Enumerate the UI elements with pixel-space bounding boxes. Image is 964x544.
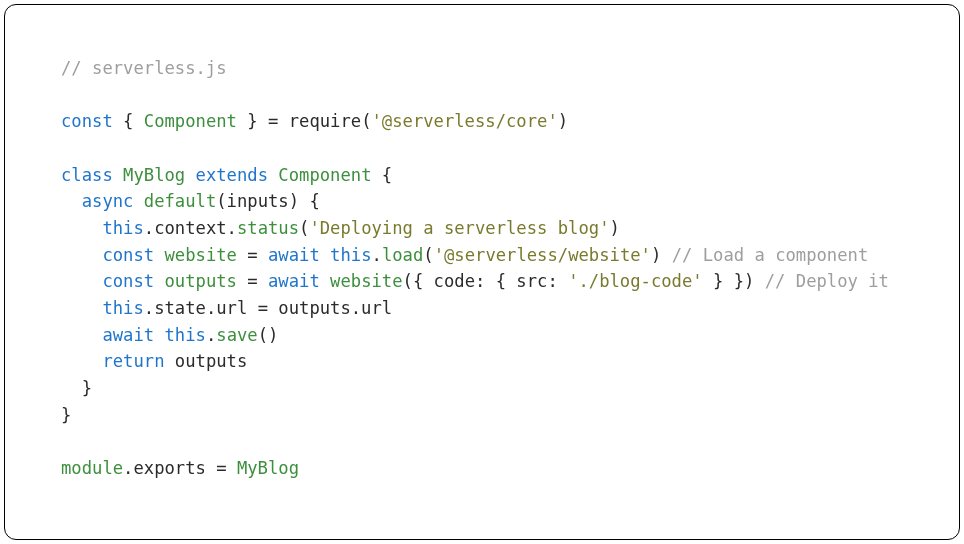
code-token: MyBlog (123, 165, 185, 185)
code-token: module (61, 458, 123, 478)
code-token: this (165, 325, 206, 345)
code-token: const (102, 271, 154, 291)
code-token: ( (299, 218, 309, 238)
code-token: require (289, 111, 361, 131)
code-token: MyBlog (237, 458, 299, 478)
code-token: this (102, 298, 143, 318)
code-token: Component (278, 165, 371, 185)
code-token (61, 351, 102, 371)
code-token: ) (610, 218, 620, 238)
code-token: this (102, 218, 143, 238)
code-token: .exports = (123, 458, 237, 478)
code-token: load (382, 245, 423, 265)
code-token: // Load a component (672, 245, 869, 265)
code-token: .context. (144, 218, 237, 238)
code-token: status (237, 218, 299, 238)
code-token: const (102, 245, 154, 265)
code-token: ( (361, 111, 371, 131)
code-token: // Deploy it (765, 271, 889, 291)
code-token: . (206, 325, 216, 345)
code-token (133, 191, 143, 211)
code-token: ) (558, 111, 568, 131)
code-token: await (268, 245, 320, 265)
code-token: async (82, 191, 134, 211)
code-token: this (330, 245, 371, 265)
code-token: (inputs) { (216, 191, 319, 211)
code-token: // serverless.js (61, 58, 227, 78)
code-token: outputs (165, 271, 237, 291)
code-token (185, 165, 195, 185)
code-token: . (372, 245, 382, 265)
code-token: outputs (165, 351, 248, 371)
code-token: } }) (703, 271, 765, 291)
code-token: class (61, 165, 113, 185)
code-token: () (258, 325, 279, 345)
code-token (61, 245, 102, 265)
code-token (61, 218, 102, 238)
code-token: './blog-code' (568, 271, 703, 291)
code-token: return (102, 351, 164, 371)
code-token: 'Deploying a serverless blog' (309, 218, 609, 238)
code-token: '@serverless/core' (371, 111, 557, 131)
code-token (61, 271, 102, 291)
code-token (320, 271, 330, 291)
code-token: = (237, 271, 268, 291)
code-token: = (237, 245, 268, 265)
code-token: { (372, 165, 393, 185)
code-card: // serverless.js const { Component } = r… (4, 4, 960, 540)
code-token (61, 298, 102, 318)
code-token (154, 325, 164, 345)
code-block: // serverless.js const { Component } = r… (61, 55, 903, 482)
code-token: extends (196, 165, 268, 185)
code-token: save (216, 325, 257, 345)
code-token: ({ code: { src: (403, 271, 569, 291)
code-token (268, 165, 278, 185)
code-token: website (330, 271, 402, 291)
code-token: ) (651, 245, 672, 265)
code-token (154, 245, 164, 265)
code-token: Component (144, 111, 237, 131)
code-token: website (165, 245, 237, 265)
code-token (113, 165, 123, 185)
code-token (154, 271, 164, 291)
code-token (320, 245, 330, 265)
code-token: .state.url = outputs.url (144, 298, 392, 318)
code-token (61, 191, 82, 211)
code-token: await (268, 271, 320, 291)
code-token: } (61, 378, 92, 398)
code-token: { (113, 111, 144, 131)
code-token: default (144, 191, 216, 211)
code-token: } = (237, 111, 289, 131)
code-token: const (61, 111, 113, 131)
code-token (61, 325, 102, 345)
code-token: } (61, 405, 71, 425)
code-token: await (102, 325, 154, 345)
code-token: '@serverless/website' (434, 245, 651, 265)
code-token: ( (423, 245, 433, 265)
